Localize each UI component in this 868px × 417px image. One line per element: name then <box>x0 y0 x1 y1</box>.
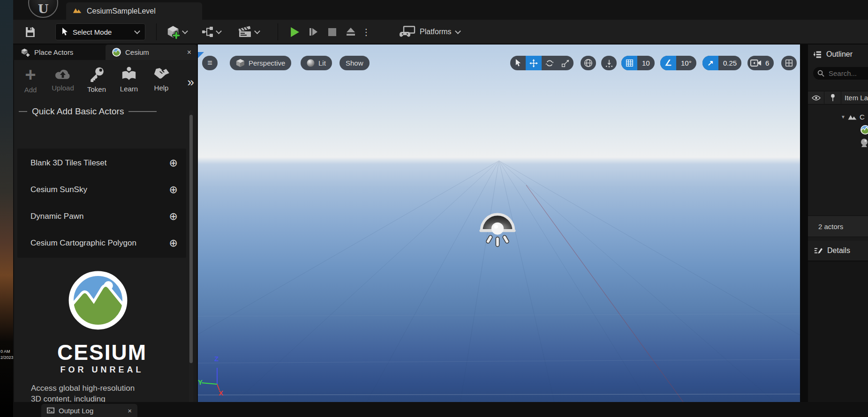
search-input[interactable] <box>828 69 867 78</box>
tree-row-cesium-actor[interactable] <box>860 124 868 136</box>
outliner-column-headers: Item La <box>808 91 868 104</box>
outliner-panel: Outliner Item La ▼ C <box>808 45 868 417</box>
rotate-icon <box>545 59 554 67</box>
world-space-toggle-button[interactable] <box>581 56 596 70</box>
scale-snap-toggle-button[interactable]: ↗ <box>702 56 718 70</box>
perspective-dropdown[interactable]: Perspective <box>230 56 291 70</box>
close-icon[interactable]: × <box>128 407 132 415</box>
clock-time: 0 AM <box>0 349 13 355</box>
tab-cesium[interactable]: Cesium × <box>106 45 197 60</box>
show-dropdown[interactable]: Show <box>340 56 370 70</box>
cloud-upload-icon <box>54 67 71 81</box>
select-mode-label: Select Mode <box>73 28 112 36</box>
chevron-down-icon <box>134 28 140 34</box>
level-viewport[interactable]: ≡ Perspective Lit Show <box>198 45 800 402</box>
visibility-column-button[interactable] <box>808 95 824 101</box>
panel-tabs: Place Actors Cesium × <box>14 45 197 60</box>
stop-button[interactable] <box>323 22 341 41</box>
plus-icon: + <box>25 67 36 82</box>
skylight-actor-icon <box>860 138 868 148</box>
add-actor-icon <box>166 25 180 39</box>
search-icon <box>817 70 824 77</box>
list-item-blank-3d-tiles[interactable]: Blank 3D Tiles Tileset ⊕ <box>17 151 186 175</box>
rotation-snap-value[interactable]: 10° <box>676 56 696 70</box>
add-button[interactable]: + Add <box>16 67 45 94</box>
grid-snap-value[interactable]: 10 <box>637 56 655 70</box>
outliner-header[interactable]: Outliner <box>808 45 868 64</box>
pin-column-button[interactable] <box>824 94 841 102</box>
tree-expand-icon[interactable]: ▼ <box>841 114 845 119</box>
play-options-button[interactable]: ⋮ <box>360 22 372 41</box>
cesium-mini-logo-icon <box>112 48 121 57</box>
blueprints-button[interactable] <box>197 22 225 41</box>
platforms-icon <box>400 26 415 38</box>
add-circle-icon[interactable]: ⊕ <box>169 210 178 223</box>
tree-row-label: C <box>860 113 865 121</box>
add-circle-icon[interactable]: ⊕ <box>169 184 178 196</box>
camera-speed-button[interactable] <box>747 56 764 70</box>
tab-output-log[interactable]: Output Log × <box>41 404 137 417</box>
maximize-grid-icon <box>785 59 793 67</box>
tab-place-actors[interactable]: Place Actors <box>14 45 106 60</box>
level-tab-label: CesiumSampleLevel <box>87 7 156 15</box>
list-item-cesium-sunsky[interactable]: Cesium SunSky ⊕ <box>17 178 186 201</box>
add-actor-button[interactable] <box>162 22 191 41</box>
help-button[interactable]: Help <box>147 67 176 92</box>
key-icon <box>89 67 105 82</box>
unreal-logo-icon[interactable]: U <box>28 0 58 18</box>
rotate-tool-button[interactable] <box>542 56 558 70</box>
play-button[interactable] <box>285 22 304 41</box>
scale-snap-group: ↗ 0.25 <box>702 56 741 70</box>
tree-row-skylight-actor[interactable] <box>860 137 868 149</box>
tab-label: Place Actors <box>34 48 73 56</box>
upload-button[interactable]: Upload <box>48 67 77 92</box>
move-icon <box>529 59 538 67</box>
item-label-column[interactable]: Item La <box>841 94 868 102</box>
surface-snapping-button[interactable] <box>601 56 617 70</box>
list-item-dynamic-pawn[interactable]: Dynamic Pawn ⊕ <box>17 205 186 228</box>
cesium-logo <box>68 270 128 331</box>
lit-dropdown[interactable]: Lit <box>301 56 332 70</box>
viewport-options-button[interactable]: ≡ <box>202 56 218 70</box>
add-circle-icon[interactable]: ⊕ <box>169 157 178 169</box>
chevron-down-icon <box>455 28 461 34</box>
frame-skip-icon <box>309 27 318 37</box>
panel-splitter[interactable] <box>800 45 808 417</box>
grid-snap-group: 10 <box>621 56 655 70</box>
cesium-wordmark: CESIUM <box>14 340 190 365</box>
cube-icon <box>236 59 245 67</box>
select-tool-button[interactable] <box>510 56 526 70</box>
skylight-gizmo[interactable] <box>478 208 517 250</box>
tab-details[interactable]: Details <box>808 241 868 261</box>
eject-button[interactable] <box>341 22 360 41</box>
learn-button[interactable]: Learn <box>114 67 143 93</box>
place-actors-icon <box>21 48 30 57</box>
overflow-chevrons-icon[interactable]: » <box>188 75 194 89</box>
select-mode-dropdown[interactable]: Select Mode <box>55 23 145 40</box>
token-button[interactable]: Token <box>82 67 111 93</box>
maximize-viewport-button[interactable] <box>781 56 797 70</box>
scale-snap-value[interactable]: 0.25 <box>718 56 741 70</box>
scrollbar-thumb[interactable] <box>189 115 193 363</box>
cinematics-icon <box>238 26 252 38</box>
tree-row-level[interactable]: ▼ C <box>841 111 865 123</box>
close-icon[interactable]: × <box>187 48 191 57</box>
camera-speed-group: 6 <box>747 56 774 70</box>
grid-snap-toggle-button[interactable] <box>621 56 637 70</box>
unreal-editor-window: 0 AM 2/2023 U CesiumSampleLevel Select M… <box>0 0 868 417</box>
platforms-dropdown[interactable]: Platforms <box>400 22 460 41</box>
add-circle-icon[interactable]: ⊕ <box>169 237 178 249</box>
list-item-cartographic-polygon[interactable]: Cesium Cartographic Polygon ⊕ <box>17 231 186 255</box>
scale-tool-button[interactable] <box>558 56 574 70</box>
save-button[interactable] <box>22 22 38 41</box>
rotation-snap-toggle-button[interactable]: ∠ <box>660 56 676 70</box>
chevron-down-icon <box>216 28 222 34</box>
tab-level[interactable]: CesiumSampleLevel <box>66 2 202 20</box>
chevron-down-icon <box>254 28 260 34</box>
outliner-search[interactable] <box>813 67 868 80</box>
move-tool-button[interactable] <box>526 56 542 70</box>
cinematics-button[interactable] <box>233 22 264 41</box>
pin-icon <box>830 94 836 102</box>
frame-skip-button[interactable] <box>304 22 323 41</box>
blueprints-icon <box>202 26 214 38</box>
